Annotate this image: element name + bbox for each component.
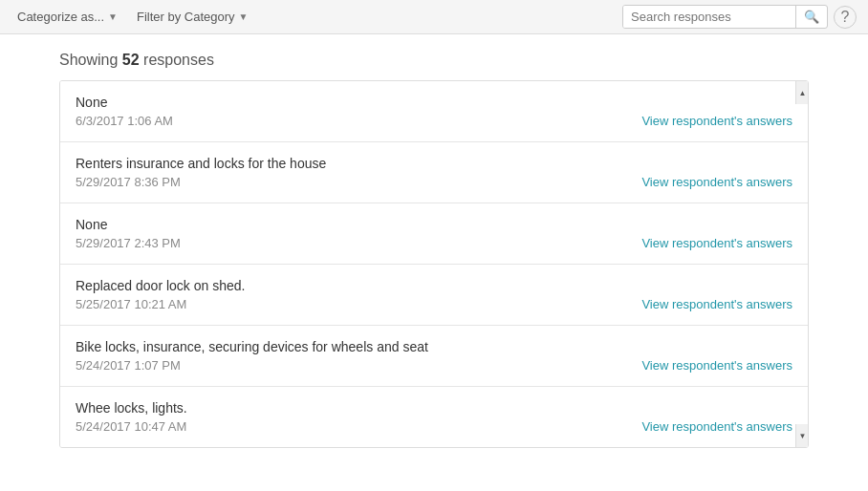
main-content: Showing 52 responses ▲ ▼ None 6/3/2017 1… — [0, 34, 868, 491]
search-input[interactable] — [623, 6, 795, 28]
categorize-chevron-icon: ▼ — [108, 11, 118, 22]
responses-wrapper: ▲ ▼ None 6/3/2017 1:06 AM View responden… — [59, 80, 809, 448]
view-respondent-link[interactable]: View respondent's answers — [641, 114, 792, 128]
response-meta: 6/3/2017 1:06 AM View respondent's answe… — [76, 114, 792, 128]
response-item-4: Bike locks, insurance, securing devices … — [60, 326, 808, 387]
response-meta: 5/29/2017 2:43 PM View respondent's answ… — [76, 236, 792, 250]
response-title: Renters insurance and locks for the hous… — [76, 156, 792, 171]
response-item-5: Whee locks, lights. 5/24/2017 10:47 AM V… — [60, 387, 808, 447]
response-meta: 5/25/2017 10:21 AM View respondent's ans… — [76, 297, 792, 311]
response-date: 5/29/2017 2:43 PM — [76, 236, 181, 250]
showing-text: Showing — [59, 52, 118, 68]
search-icon: 🔍 — [804, 10, 819, 24]
categorize-dropdown[interactable]: Categorize as... ▼ — [11, 6, 123, 28]
response-title: Bike locks, insurance, securing devices … — [76, 339, 792, 354]
filter-dropdown[interactable]: Filter by Category ▼ — [131, 6, 254, 28]
response-meta: 5/24/2017 1:07 PM View respondent's answ… — [76, 358, 792, 373]
view-respondent-link[interactable]: View respondent's answers — [641, 297, 792, 311]
response-meta: 5/29/2017 8:36 PM View respondent's answ… — [76, 175, 792, 189]
response-date: 6/3/2017 1:06 AM — [76, 114, 173, 128]
response-title: Whee locks, lights. — [76, 400, 792, 416]
response-item-2: None 5/29/2017 2:43 PM View respondent's… — [60, 203, 808, 265]
response-count: 52 — [122, 52, 140, 68]
responses-list: ▲ ▼ None 6/3/2017 1:06 AM View responden… — [59, 80, 809, 448]
help-button[interactable]: ? — [834, 6, 857, 29]
response-title: Replaced door lock on shed. — [76, 278, 792, 293]
view-respondent-link[interactable]: View respondent's answers — [641, 236, 792, 250]
response-date: 5/29/2017 8:36 PM — [76, 175, 181, 189]
scroll-arrow-top[interactable]: ▲ — [795, 81, 809, 104]
response-title: None — [76, 95, 792, 110]
response-item-1: Renters insurance and locks for the hous… — [60, 142, 808, 203]
responses-word: responses — [143, 52, 214, 68]
search-button[interactable]: 🔍 — [795, 6, 827, 28]
view-respondent-link[interactable]: View respondent's answers — [641, 358, 792, 373]
response-date: 5/24/2017 10:47 AM — [76, 419, 186, 434]
filter-label: Filter by Category — [137, 10, 235, 24]
response-date: 5/25/2017 10:21 AM — [76, 297, 186, 311]
view-respondent-link[interactable]: View respondent's answers — [641, 175, 792, 189]
filter-chevron-icon: ▼ — [239, 11, 249, 22]
search-container: 🔍 — [622, 5, 828, 29]
help-icon: ? — [841, 9, 850, 26]
view-respondent-link[interactable]: View respondent's answers — [641, 419, 792, 434]
scroll-arrow-bottom[interactable]: ▼ — [795, 424, 809, 447]
categorize-label: Categorize as... — [17, 10, 104, 24]
response-item-0: None 6/3/2017 1:06 AM View respondent's … — [60, 81, 808, 142]
response-item-3: Replaced door lock on shed. 5/25/2017 10… — [60, 265, 808, 326]
response-meta: 5/24/2017 10:47 AM View respondent's ans… — [76, 419, 792, 434]
response-date: 5/24/2017 1:07 PM — [76, 358, 181, 373]
toolbar: Categorize as... ▼ Filter by Category ▼ … — [0, 0, 868, 34]
showing-header: Showing 52 responses — [11, 34, 857, 80]
response-title: None — [76, 217, 792, 232]
